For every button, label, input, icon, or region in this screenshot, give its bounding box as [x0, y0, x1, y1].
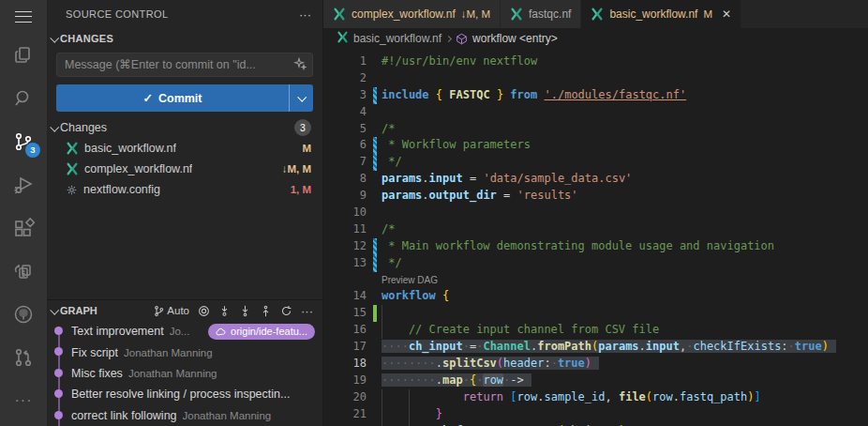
graph-commit-row[interactable]: Better resolve linking / process inspect…: [47, 384, 322, 404]
codelens-preview-dag[interactable]: Preview DAG: [382, 272, 438, 289]
code-text: [382, 70, 868, 87]
code-line: 21 }: [323, 406, 868, 423]
editor-area: complex_workflow.nf↓M, Mfastqc.nfbasic_w…: [323, 0, 868, 426]
gutter: [367, 255, 382, 272]
chevron-down-icon: [297, 93, 307, 102]
code-line: 4: [323, 104, 868, 121]
indent-guide: [409, 389, 410, 406]
branch-ref-pill[interactable]: origin/ide-featu...: [208, 324, 315, 340]
gutter: [367, 305, 382, 322]
commit-author: Jo...: [170, 326, 190, 337]
git-pullrequest-icon: [12, 346, 35, 369]
code-text: }: [382, 406, 868, 423]
explorer-button[interactable]: [0, 34, 47, 77]
panel-more-button[interactable]: ···: [299, 8, 311, 22]
push-icon[interactable]: [260, 305, 272, 317]
extensions-icon: [12, 217, 35, 239]
search-button[interactable]: [0, 77, 47, 120]
commit-message-input[interactable]: [56, 53, 313, 77]
gutter: [367, 423, 382, 426]
refresh-icon[interactable]: [280, 305, 292, 317]
commit-dot-icon: [54, 347, 63, 356]
doc-sync-button[interactable]: [0, 250, 47, 293]
line-number: 6: [323, 137, 367, 154]
run-debug-button[interactable]: [0, 163, 47, 206]
changes-file-list: basic_workflow.nfMcomplex_workflow.nf↓M,…: [47, 138, 322, 200]
code-text: [382, 305, 868, 322]
gutter: [367, 322, 382, 339]
gutter-modified-marker: [373, 154, 377, 171]
tab-basic_workflow.nf[interactable]: basic_workflow.nfM✕: [581, 0, 741, 28]
commit-message: correct link following: [71, 409, 177, 422]
commit-button[interactable]: ✓ Commit: [56, 84, 313, 112]
source-control-button[interactable]: 3: [0, 120, 47, 163]
code-text: params.input = 'data/sample_data.csv': [382, 171, 868, 188]
code-line: 15: [323, 305, 868, 322]
scm-badge: 3: [25, 143, 40, 158]
line-number: 22: [323, 423, 367, 426]
code-line: 3include { FASTQC } from './modules/fast…: [323, 87, 868, 104]
file-status-badge: 1, M: [291, 184, 311, 195]
code-text: * Main workflow demonstrating module usa…: [382, 238, 868, 255]
nextflow-file-icon: [337, 31, 349, 46]
target-icon[interactable]: [198, 305, 210, 317]
doc-sync-icon: [12, 260, 35, 282]
indent-guide: [382, 305, 382, 322]
changes-tree-header[interactable]: Changes 3: [47, 117, 322, 138]
code-editor[interactable]: 1#!/usr/bin/env nextflow23include { FAST…: [323, 49, 868, 426]
menu-button[interactable]: [0, 0, 47, 34]
panel-title: SOURCE CONTROL: [66, 8, 169, 20]
code-line: 20 return [row.sample_id, file(row.fastq…: [323, 389, 868, 406]
tab-bar: complex_workflow.nf↓M, Mfastqc.nfbasic_w…: [323, 0, 868, 28]
more-actions-button[interactable]: ···: [0, 379, 47, 422]
line-number: 9: [323, 188, 367, 205]
code-line: 1#!/usr/bin/env nextflow: [323, 53, 868, 70]
breadcrumb-symbol[interactable]: workflow <entry>: [472, 32, 558, 45]
commit-dropdown-button[interactable]: [289, 84, 313, 112]
chevron-down-icon: [50, 305, 59, 314]
graph-title: GRAPH: [60, 305, 97, 316]
extensions-button[interactable]: [0, 206, 47, 250]
selection-highlight: ····ch_input·=·Channel.fromPath(params.i…: [382, 340, 836, 353]
scm-file-row[interactable]: complex_workflow.nf↓M, M: [47, 159, 322, 179]
indent-guide: [409, 406, 410, 423]
code-text: params.output_dir = 'results': [382, 188, 868, 205]
branch-auto-button[interactable]: Auto: [153, 305, 189, 317]
code-text: */: [382, 154, 868, 171]
scm-file-row[interactable]: basic_workflow.nfM: [47, 138, 322, 159]
graph-commit-row[interactable]: Fix scriptJonathan Manning: [47, 342, 322, 362]
close-icon[interactable]: ✕: [722, 8, 731, 21]
file-status-badge: ↓M, M: [282, 163, 311, 175]
nextflow-icon: [66, 142, 79, 155]
line-number: 14: [323, 288, 367, 305]
gutter: [367, 221, 382, 238]
gutter: [367, 87, 382, 104]
changes-section-header[interactable]: CHANGES: [47, 28, 322, 49]
graph-commit-row[interactable]: Text improvementJo...origin/ide-featu...: [47, 321, 322, 342]
fetch-icon[interactable]: [218, 305, 231, 317]
graph-commit-row[interactable]: correct link followingJonathan Manning: [47, 405, 322, 426]
breadcrumb-file[interactable]: basic_workflow.nf: [353, 32, 441, 45]
graph-more-button[interactable]: ···: [301, 304, 313, 318]
scm-file-row[interactable]: nextflow.config1, M: [47, 179, 322, 200]
gutter-modified-marker: [373, 87, 377, 104]
indent-guide: [382, 322, 382, 339]
tab-label: complex_workflow.nf: [352, 8, 456, 21]
code-line: 17····ch_input·=·Channel.fromPath(params…: [323, 339, 868, 356]
code-line: 16 // Create input channel from CSV file: [323, 322, 868, 339]
tab-complex_workflow.nf[interactable]: complex_workflow.nf↓M, M: [323, 0, 501, 28]
graph-commit-row[interactable]: Misc fixesJonathan Manning: [47, 363, 322, 384]
github-button[interactable]: [0, 293, 47, 336]
code-text: [382, 104, 868, 121]
file-name: complex_workflow.nf: [84, 162, 192, 175]
gutter: [367, 389, 382, 406]
code-line: 2: [323, 70, 868, 87]
sparkle-icon[interactable]: [293, 57, 307, 74]
pull-icon[interactable]: [239, 305, 251, 317]
tab-fastqc.nf[interactable]: fastqc.nf: [501, 0, 581, 28]
line-number: 8: [323, 171, 367, 188]
git-pullrequest-button[interactable]: [0, 336, 47, 379]
cloud-icon: [216, 327, 227, 336]
nextflow-icon: [333, 8, 346, 21]
commit-dot-icon: [54, 369, 63, 377]
